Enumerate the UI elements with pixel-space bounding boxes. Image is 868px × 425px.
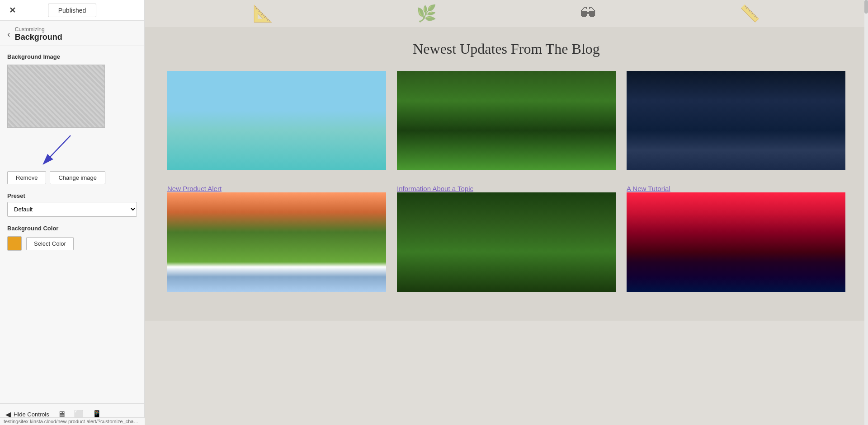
background-title: Background — [15, 33, 62, 42]
arrow-svg — [34, 133, 89, 169]
arrow-annotation — [7, 133, 105, 169]
background-image-section: Background Image Remove — [7, 53, 137, 184]
new-product-alert-link[interactable]: New Product Alert — [167, 185, 386, 192]
customizing-label: Customizing — [15, 26, 62, 33]
blog-grid-top — [167, 71, 845, 170]
blog-card-2 — [397, 71, 616, 170]
blog-card-image-nightlake — [627, 71, 845, 170]
status-bar: testingsitex.kinsta.cloud/new-product-al… — [0, 417, 145, 425]
left-panel: ✕ Published ‹ Customizing Background Bac… — [0, 0, 145, 425]
top-bar: ✕ Published — [0, 0, 144, 21]
preset-select[interactable]: Default Fill Screen Fit to Screen Repeat… — [7, 202, 137, 217]
blog-card-image-waterfall — [167, 192, 386, 292]
preset-label: Preset — [7, 192, 137, 199]
new-tutorial-link[interactable]: A New Tutorial — [627, 185, 845, 192]
preset-section: Preset Default Fill Screen Fit to Screen… — [7, 192, 137, 225]
top-decorative: 📐 🌿 🕶 📏 — [145, 0, 868, 27]
information-about-topic-link[interactable]: Information About a Topic — [397, 185, 616, 192]
deco-shape-1: 📐 — [253, 4, 273, 23]
scroll-indicator — [864, 0, 868, 425]
deco-shape-3: 🕶 — [580, 4, 596, 23]
svg-line-1 — [43, 135, 71, 164]
color-swatch[interactable] — [7, 236, 22, 251]
blog-section: Newest Updates From The Blog New Product… — [145, 27, 868, 321]
bg-image-preview-inner — [8, 65, 104, 127]
background-image-label: Background Image — [7, 53, 137, 60]
blog-grid-bottom: New Product Alert Information About a To… — [167, 181, 845, 292]
blog-card-image-ocean — [167, 71, 386, 170]
website-preview: 📐 🌿 🕶 📏 Newest Updates From The Blog — [145, 0, 868, 425]
background-color-section: Background Color Select Color — [7, 225, 137, 251]
blog-card-1 — [167, 71, 386, 170]
blog-card-5: Information About a Topic — [397, 181, 616, 292]
close-button[interactable]: ✕ — [5, 4, 19, 17]
scroll-thumb[interactable] — [864, 0, 868, 14]
customizing-section: ‹ Customizing Background — [0, 21, 144, 46]
blog-card-image-forest2 — [397, 192, 616, 292]
background-color-label: Background Color — [7, 225, 137, 232]
main-content[interactable]: 📐 🌿 🕶 📏 Newest Updates From The Blog — [145, 0, 868, 425]
select-color-button[interactable]: Select Color — [26, 237, 74, 250]
color-row: Select Color — [7, 236, 137, 251]
deco-shape-4: 📏 — [740, 4, 760, 23]
blog-section-title: Newest Updates From The Blog — [167, 41, 845, 57]
back-button[interactable]: ‹ — [7, 29, 10, 39]
change-image-button[interactable]: Change image — [50, 171, 105, 184]
blog-card-3 — [627, 71, 845, 170]
hide-controls-label: Hide Controls — [14, 411, 49, 418]
image-action-buttons: Remove Change image — [7, 171, 137, 184]
blog-card-6: A New Tutorial — [627, 181, 845, 292]
blog-card-image-forest — [397, 71, 616, 170]
published-button[interactable]: Published — [48, 4, 97, 17]
panel-content: Background Image Remove — [0, 46, 144, 403]
deco-shape-2: 🌿 — [416, 4, 437, 23]
remove-image-button[interactable]: Remove — [7, 171, 46, 184]
blog-card-4: New Product Alert — [167, 181, 386, 292]
blog-card-image-sunset — [627, 192, 845, 292]
background-image-preview — [7, 65, 105, 128]
